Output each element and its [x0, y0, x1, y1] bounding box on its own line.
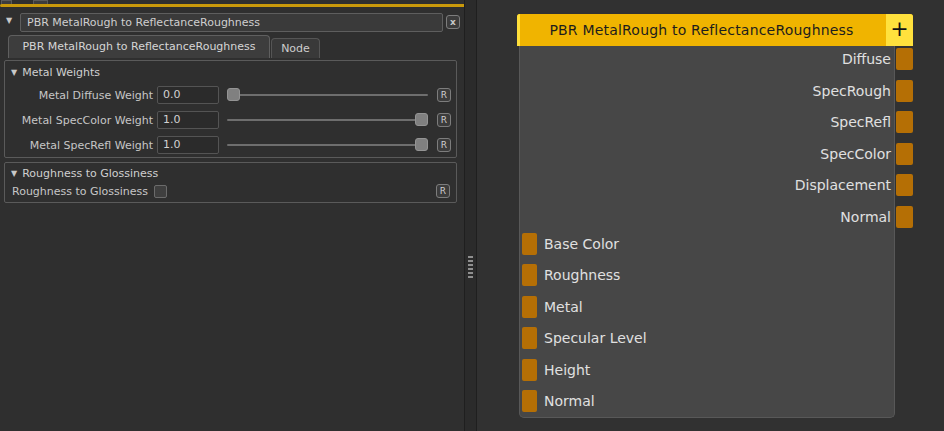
- port-connector-icon[interactable]: [522, 264, 537, 286]
- reset-button[interactable]: R: [437, 113, 451, 127]
- slider-track: [227, 94, 428, 96]
- reset-button[interactable]: R: [437, 138, 451, 152]
- metal-diffuse-weight-value-field[interactable]: 0.0: [157, 86, 219, 104]
- port-label: SpecColor: [820, 146, 891, 162]
- param-row-metal-diffuse-weight: Metal Diffuse Weight 0.0 R: [5, 86, 456, 104]
- input-port-base-color: Base Color: [522, 233, 619, 255]
- collapse-triangle-icon: ▼: [11, 69, 17, 77]
- output-port-specrough: SpecRough: [519, 80, 913, 102]
- reset-button[interactable]: R: [436, 184, 450, 198]
- output-port-displacement: Displacement: [519, 174, 913, 196]
- input-port-height: Height: [522, 359, 590, 381]
- input-port-metal: Metal: [522, 296, 583, 318]
- port-connector-icon[interactable]: [896, 111, 913, 133]
- port-connector-icon[interactable]: [522, 359, 537, 381]
- param-label: Roughness to Glossiness: [12, 185, 148, 198]
- port-connector-icon[interactable]: [896, 48, 913, 70]
- input-port-roughness: Roughness: [522, 264, 620, 286]
- panel-splitter[interactable]: [464, 0, 477, 431]
- tab-node[interactable]: Node: [271, 38, 320, 58]
- group-metal-weights: ▼ Metal Weights Metal Diffuse Weight 0.0…: [4, 60, 457, 158]
- roughness-to-glossiness-checkbox[interactable]: [154, 185, 167, 198]
- slider-handle[interactable]: [415, 138, 428, 151]
- param-label: Metal SpecRefl Weight: [5, 139, 153, 152]
- port-connector-icon[interactable]: [522, 327, 537, 349]
- group-header[interactable]: ▼ Metal Weights: [11, 66, 100, 79]
- port-label: SpecRefl: [830, 114, 891, 130]
- port-label: Displacement: [795, 177, 891, 193]
- node-title: PBR MetalRough to ReflectanceRoughness: [517, 14, 886, 46]
- port-label: SpecRough: [813, 83, 891, 99]
- port-connector-icon[interactable]: [896, 206, 913, 228]
- slider-track: [227, 144, 428, 146]
- slider-handle[interactable]: [415, 113, 428, 126]
- panel-focus-accent-line: [0, 4, 466, 7]
- close-panel-button[interactable]: x: [446, 15, 460, 29]
- add-port-button[interactable]: +: [886, 14, 913, 46]
- panel-title-field[interactable]: PBR MetalRough to ReflectanceRoughness: [20, 13, 443, 32]
- port-label: Roughness: [544, 267, 620, 283]
- port-label: Diffuse: [842, 51, 891, 67]
- group-roughness-to-glossiness: ▼ Roughness to Glossiness Roughness to G…: [4, 162, 457, 203]
- metal-diffuse-weight-slider[interactable]: [227, 86, 428, 104]
- port-connector-icon[interactable]: [896, 80, 913, 102]
- output-port-diffuse: Diffuse: [519, 48, 913, 70]
- port-label: Base Color: [544, 236, 619, 252]
- port-connector-icon[interactable]: [896, 174, 913, 196]
- param-row-roughness-to-glossiness: Roughness to Glossiness R: [5, 183, 456, 199]
- group-title: Metal Weights: [22, 66, 100, 79]
- node-graph-canvas[interactable]: PBR MetalRough to ReflectanceRoughness +…: [477, 0, 944, 431]
- splitter-grip-icon: [468, 256, 473, 278]
- collapse-triangle-icon: ▼: [11, 170, 17, 178]
- port-connector-icon[interactable]: [522, 233, 537, 255]
- node-header[interactable]: PBR MetalRough to ReflectanceRoughness +: [517, 14, 913, 46]
- param-row-metal-speccolor-weight: Metal SpecColor Weight 1.0 R: [5, 111, 456, 129]
- port-connector-icon[interactable]: [522, 390, 537, 412]
- metal-specrefl-weight-slider[interactable]: [227, 136, 428, 154]
- output-port-normal: Normal: [519, 206, 913, 228]
- output-port-specrefl: SpecRefl: [519, 111, 913, 133]
- metal-speccolor-weight-slider[interactable]: [227, 111, 428, 129]
- app-window: ▼ PBR MetalRough to ReflectanceRoughness…: [0, 0, 944, 431]
- param-row-metal-specrefl-weight: Metal SpecRefl Weight 1.0 R: [5, 136, 456, 154]
- properties-panel: ▼ PBR MetalRough to ReflectanceRoughness…: [0, 0, 464, 431]
- port-connector-icon[interactable]: [522, 296, 537, 318]
- output-port-speccolor: SpecColor: [519, 143, 913, 165]
- port-label: Specular Level: [544, 330, 647, 346]
- slider-track: [227, 119, 428, 121]
- group-title: Roughness to Glossiness: [22, 167, 158, 180]
- port-connector-icon[interactable]: [896, 143, 913, 165]
- param-label: Metal Diffuse Weight: [5, 89, 153, 102]
- port-label: Metal: [544, 299, 583, 315]
- metal-specrefl-weight-value-field[interactable]: 1.0: [157, 136, 219, 154]
- input-port-normal: Normal: [522, 390, 595, 412]
- tab-pbr-metalrough[interactable]: PBR MetalRough to ReflectanceRoughness: [8, 35, 270, 58]
- slider-handle[interactable]: [227, 88, 240, 101]
- port-label: Normal: [840, 209, 891, 225]
- reset-button[interactable]: R: [437, 88, 451, 102]
- collapse-triangle-icon[interactable]: ▼: [6, 17, 12, 25]
- param-label: Metal SpecColor Weight: [5, 114, 153, 127]
- input-port-specular-level: Specular Level: [522, 327, 647, 349]
- port-label: Height: [544, 362, 590, 378]
- group-header[interactable]: ▼ Roughness to Glossiness: [11, 167, 158, 180]
- port-label: Normal: [544, 393, 595, 409]
- metal-speccolor-weight-value-field[interactable]: 1.0: [157, 111, 219, 129]
